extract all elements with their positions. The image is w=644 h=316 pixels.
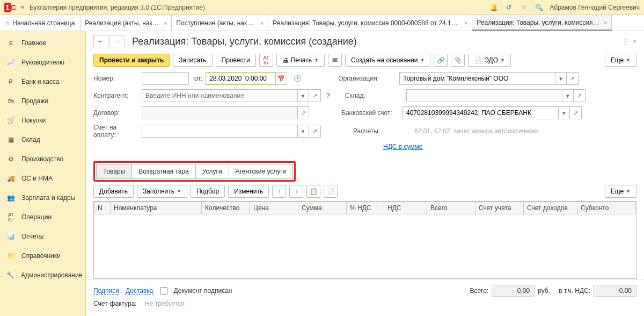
subtab-label: Услуги [202, 168, 222, 175]
dropdown-icon[interactable]: ▾ [297, 89, 309, 102]
sidebar-item-admin[interactable]: 🔧Администрирование [0, 265, 85, 285]
select-button[interactable]: Подбор [191, 185, 225, 198]
table-toolbar: Добавить Заполнить▼ Подбор Изменить ↑ ↓ … [86, 182, 644, 201]
dtkt-button[interactable]: ДтКт [259, 54, 273, 67]
sidebar-item-reports[interactable]: 📊Отчеты [0, 227, 85, 246]
open-icon[interactable]: ↗ [297, 106, 309, 119]
open-icon[interactable]: ↗ [570, 106, 582, 119]
history-icon[interactable]: ↺ [504, 3, 513, 12]
sidebar-item-sales[interactable]: 🛍Продажи [0, 91, 85, 111]
col-name[interactable]: Номенклатура [111, 202, 202, 214]
subtab-agent[interactable]: Агентские услуги [229, 164, 294, 179]
add-button[interactable]: Добавить [93, 185, 134, 198]
calc-value: 62.01, 62.02, зачет аванса автоматически [414, 127, 538, 135]
user-name[interactable]: Абрамов Геннадий Сергеевич [550, 4, 640, 11]
bank-input[interactable] [402, 106, 558, 119]
move-up-button[interactable]: ↑ [272, 185, 286, 198]
page-menu-icon[interactable]: ⋮ [622, 38, 628, 45]
change-button[interactable]: Изменить [228, 185, 269, 198]
subtab-services[interactable]: Услуги [196, 164, 229, 179]
open-icon[interactable]: ↗ [567, 72, 579, 85]
sidebar-item-purchases[interactable]: 🛒Покупки [0, 111, 85, 130]
col-sum[interactable]: Сумма [298, 202, 347, 214]
dropdown-icon[interactable]: ▾ [555, 72, 567, 85]
col-total[interactable]: Всего [427, 202, 475, 214]
nav-back-button[interactable]: ← [93, 35, 108, 47]
subtab-label: Агентские услуги [236, 168, 287, 175]
dropdown-icon[interactable]: ▾ [558, 106, 570, 119]
col-subconto[interactable]: Субконто [577, 202, 636, 214]
star-icon[interactable]: ☆ [519, 3, 528, 12]
move-down-button[interactable]: ↓ [289, 185, 303, 198]
caret-icon: ▼ [626, 58, 631, 63]
tab-0[interactable]: Реализация (акты, накладн... × [80, 15, 172, 31]
dropdown-icon[interactable]: ▾ [297, 125, 309, 138]
mail-button[interactable]: ✉ [328, 54, 342, 67]
invoice-input[interactable] [142, 125, 297, 138]
number-input[interactable] [142, 72, 189, 85]
page-close-icon[interactable]: × [633, 38, 636, 45]
sidebar-item-directories[interactable]: 📁Справочники [0, 246, 85, 265]
search-icon[interactable]: 🔍 [535, 3, 543, 12]
sidebar-item-bank[interactable]: ₽Банк и касса [0, 72, 85, 91]
sidebar-item-salary[interactable]: 👥Зарплата и кадры [0, 188, 85, 207]
create-based-button[interactable]: Создать на основании▼ [345, 54, 430, 67]
subtab-goods[interactable]: Товары [96, 164, 132, 179]
nav-forward-button[interactable]: → [109, 35, 125, 47]
close-icon[interactable]: × [164, 20, 167, 26]
sidebar-item-warehouse[interactable]: ▦Склад [0, 130, 85, 149]
date-input[interactable] [206, 72, 275, 85]
close-icon[interactable]: × [260, 20, 264, 26]
copy-button[interactable]: 📋 [306, 185, 320, 198]
sidebar-item-operations[interactable]: ДтКтОперации [0, 207, 85, 227]
org-input[interactable] [399, 72, 555, 85]
signatures-link[interactable]: Подписи [93, 287, 119, 295]
tab-3[interactable]: Реализация: Товары, услуги, комиссия (со… [472, 15, 612, 31]
table[interactable]: N Номенклатура Количество Цена Сумма % Н… [93, 201, 636, 279]
open-icon[interactable]: ↗ [574, 89, 586, 102]
sidebar-item-main[interactable]: ≡Главное [0, 33, 85, 53]
warehouse-input[interactable] [406, 89, 562, 102]
col-qty[interactable]: Количество [202, 202, 250, 214]
sidebar-item-production[interactable]: ⚙Производство [0, 149, 85, 169]
sidebar-item-assets[interactable]: 🚚ОС и НМА [0, 169, 85, 188]
open-icon[interactable]: ↗ [309, 125, 321, 138]
dropdown-icon[interactable]: ▾ [562, 89, 574, 102]
close-icon[interactable]: × [604, 19, 607, 26]
doc-icon[interactable]: 🕒 [294, 75, 302, 82]
calendar-icon[interactable]: 📅 [275, 72, 287, 85]
relations-button[interactable]: 🔗 [434, 54, 448, 67]
sidebar-item-manager[interactable]: 📈Руководителю [0, 53, 85, 72]
bank-label: Банковский счет: [341, 109, 399, 117]
delivery-link[interactable]: Доставка [126, 287, 153, 295]
open-icon[interactable]: ↗ [309, 89, 321, 102]
col-vat[interactable]: НДС [384, 202, 427, 214]
signed-checkbox[interactable] [160, 287, 167, 295]
bell-icon[interactable]: 🔔 [489, 3, 498, 12]
post-button[interactable]: Провести [216, 54, 256, 67]
edo-button[interactable]: 📄ЭДО▼ [468, 54, 511, 67]
fill-button[interactable]: Заполнить▼ [137, 185, 187, 198]
col-income[interactable]: Счет доходов [524, 202, 577, 214]
subtab-containers[interactable]: Возвратная тара [132, 164, 196, 179]
col-n[interactable]: N [94, 202, 111, 214]
tab-2[interactable]: Реализация: Товары, услуги, комиссия 000… [268, 15, 472, 31]
close-icon[interactable]: × [464, 20, 467, 26]
home-tab[interactable]: ⌂ Начальная страница [0, 15, 80, 31]
table-more-button[interactable]: Еще▼ [605, 185, 636, 198]
contractor-input[interactable] [142, 89, 297, 102]
record-button[interactable]: Записать [173, 54, 212, 67]
print-button[interactable]: 🖨Печать▼ [276, 54, 325, 67]
col-account[interactable]: Счет учета [475, 202, 524, 214]
help-icon[interactable]: ? [326, 92, 330, 99]
tab-1[interactable]: Поступление (акты, накладн... × [172, 15, 268, 31]
more-button[interactable]: Еще▼ [605, 54, 636, 67]
col-vatpct[interactable]: % НДС [347, 202, 384, 214]
tab-label: Реализация (акты, накладн... [85, 19, 159, 27]
paste-button[interactable]: 📄 [324, 185, 338, 198]
attach-button[interactable]: 📎 [451, 54, 465, 67]
vat-link[interactable]: НДС в сумме [383, 143, 423, 150]
col-price[interactable]: Цена [250, 202, 298, 214]
hamburger-icon[interactable]: ≡ [20, 4, 24, 11]
post-close-button[interactable]: Провести и закрыть [93, 54, 170, 67]
